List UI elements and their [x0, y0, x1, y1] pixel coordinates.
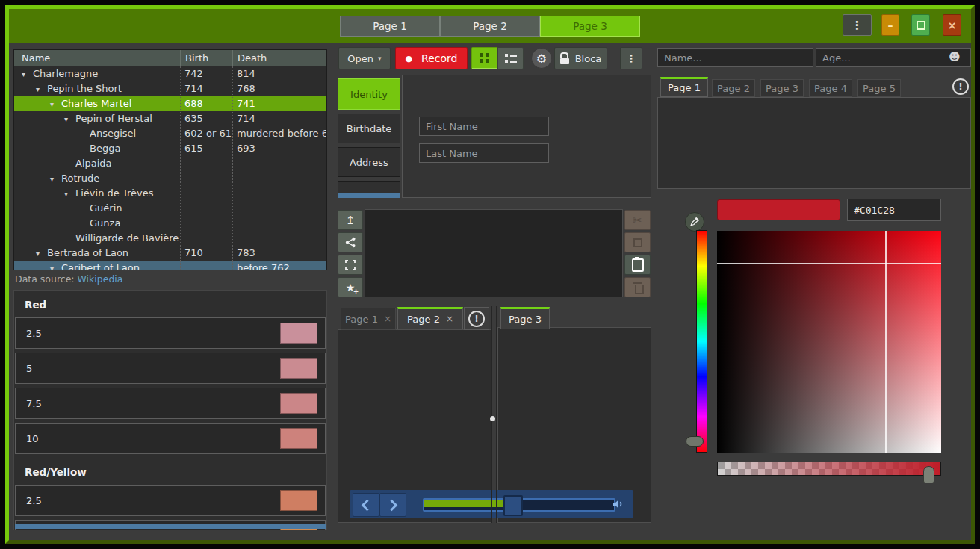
delete-button[interactable] [624, 277, 651, 297]
table-row[interactable]: ▾Bertrada of Laon710783 [14, 246, 326, 261]
star-plus-icon: ★+ [346, 282, 356, 293]
table-row[interactable]: Begga615693 [14, 141, 326, 156]
grid-view-toggle[interactable] [471, 47, 497, 69]
window-menu-button[interactable]: ⋮ [843, 14, 872, 36]
column-header-name[interactable]: Name [14, 50, 180, 66]
titlebar-tab-page3[interactable]: Page 3 [540, 16, 640, 37]
tab-birthdate[interactable]: Birthdate [338, 114, 400, 143]
right-alert-button[interactable]: ! [952, 78, 969, 95]
table-row[interactable]: Ansegisel602 or 610murdered before 679 [14, 126, 326, 141]
open-button[interactable]: Open ▾ [338, 47, 391, 69]
close-button[interactable]: × [943, 14, 961, 36]
volume-icon[interactable] [611, 497, 626, 512]
dock-tab-page1[interactable]: Page 1 × [341, 308, 396, 330]
list-item-label: 7.5 [26, 398, 42, 409]
record-button[interactable]: ● Record [395, 47, 468, 69]
table-row[interactable]: ▾Charles Martel688741 [14, 96, 326, 111]
hue-slider[interactable] [696, 230, 707, 453]
list-item[interactable]: 10 [15, 423, 326, 454]
dock-tab-page3[interactable]: Page 3 [500, 307, 550, 329]
lock-icon [560, 52, 569, 64]
right-tab-page2[interactable]: Page 2 [712, 79, 755, 97]
panel-splitter[interactable] [496, 306, 497, 523]
right-pages-panel [657, 97, 971, 189]
chevron-right-icon [386, 499, 398, 511]
table-row[interactable]: ▾Caribert of Laonbefore 762 [14, 261, 326, 270]
tab-label: Page 3 [509, 314, 542, 325]
paste-icon [632, 258, 644, 272]
table-row[interactable]: Gunza [14, 216, 326, 231]
column-header-death[interactable]: Death [232, 50, 326, 66]
upload-button[interactable]: ↥ [338, 210, 363, 230]
right-tab-page5[interactable]: Page 5 [858, 79, 901, 97]
share-button[interactable] [338, 232, 363, 252]
expander-icon[interactable]: ▾ [50, 261, 61, 270]
list-item[interactable]: 7.5 [15, 388, 326, 419]
lock-button[interactable]: Bloca [554, 47, 607, 69]
list-item[interactable]: 2.5 [15, 317, 326, 349]
last-name-field[interactable] [419, 143, 549, 163]
titlebar-tab-page2[interactable]: Page 2 [440, 16, 540, 37]
right-tab-page3[interactable]: Page 3 [760, 79, 804, 97]
settings-button[interactable]: ⚙ [531, 48, 552, 69]
hex-color-input[interactable] [847, 199, 941, 221]
cut-button[interactable]: ✂ [624, 210, 651, 230]
expander-icon[interactable]: ▾ [36, 82, 47, 96]
expander-icon[interactable]: ▾ [64, 112, 75, 126]
table-row[interactable]: ▾Liévin de Trèves [14, 186, 326, 201]
age-field[interactable] [816, 48, 971, 67]
star-add-button[interactable]: ★+ [338, 277, 363, 297]
copy-button[interactable] [624, 232, 651, 252]
table-row[interactable]: ▾Rotrude [14, 171, 326, 186]
smiley-icon[interactable]: ☻ [949, 50, 961, 63]
expander-icon[interactable]: ▾ [50, 172, 61, 186]
list-icon [505, 54, 517, 57]
wikipedia-link[interactable]: Wikipedia [78, 273, 123, 285]
close-tab-icon[interactable]: × [384, 314, 391, 324]
dock-alert-button[interactable]: ! [464, 307, 489, 330]
color-swatch [280, 323, 317, 344]
right-tab-page1[interactable]: Page 1 [660, 77, 708, 97]
panel-splitter[interactable] [491, 306, 492, 523]
list-view-toggle[interactable] [497, 47, 524, 69]
tree-header[interactable]: Name Birth Death [14, 50, 326, 66]
table-row[interactable]: Alpaida [14, 156, 326, 171]
forward-button[interactable] [379, 493, 406, 517]
maximize-button[interactable] [911, 14, 930, 36]
splitter-handle[interactable] [490, 416, 495, 421]
expander-icon[interactable]: ▾ [36, 246, 47, 261]
table-row[interactable]: Guérin [14, 201, 326, 216]
list-item[interactable]: 2.5 [15, 485, 326, 516]
list-item-label: 5 [26, 530, 32, 531]
close-tab-icon[interactable]: × [446, 314, 453, 324]
tab-address[interactable]: Address [338, 147, 400, 177]
list-item[interactable]: 5 [15, 353, 326, 384]
eyedropper-button[interactable] [685, 212, 704, 232]
first-name-field[interactable] [419, 117, 549, 136]
tab-identity[interactable]: Identity [338, 78, 400, 110]
alpha-slider-handle[interactable] [923, 466, 934, 483]
minimize-button[interactable]: – [881, 14, 899, 36]
dock-tab-page2[interactable]: Page 2 × [397, 307, 463, 329]
right-tab-page4[interactable]: Page 4 [809, 79, 852, 97]
fullscreen-button[interactable] [338, 255, 363, 275]
name-field[interactable] [657, 48, 813, 67]
table-row[interactable]: Willigarde de Bavière [14, 231, 326, 246]
table-row[interactable]: ▾Pepin the Short714768 [14, 81, 326, 96]
titlebar-tab-page1[interactable]: Page 1 [340, 16, 440, 37]
expander-icon[interactable]: ▾ [50, 97, 61, 111]
open-label: Open [347, 53, 373, 64]
expander-icon[interactable]: ▾ [64, 187, 75, 201]
sv-crosshair-vertical [885, 231, 887, 453]
hue-slider-handle[interactable] [686, 436, 704, 447]
sv-crosshair-horizontal [717, 263, 941, 264]
slider-handle[interactable] [503, 495, 523, 516]
toolbar-menu-button[interactable]: ⋮ [620, 47, 642, 69]
back-button[interactable] [353, 493, 379, 517]
table-row[interactable]: ▾Charlemagne742814 [14, 66, 326, 81]
expander-icon[interactable]: ▾ [22, 67, 33, 81]
table-row[interactable]: ▾Pepin of Herstal635714 [14, 111, 326, 126]
column-header-birth[interactable]: Birth [180, 50, 232, 66]
paste-button[interactable] [624, 255, 651, 275]
alpha-slider[interactable] [717, 462, 941, 476]
